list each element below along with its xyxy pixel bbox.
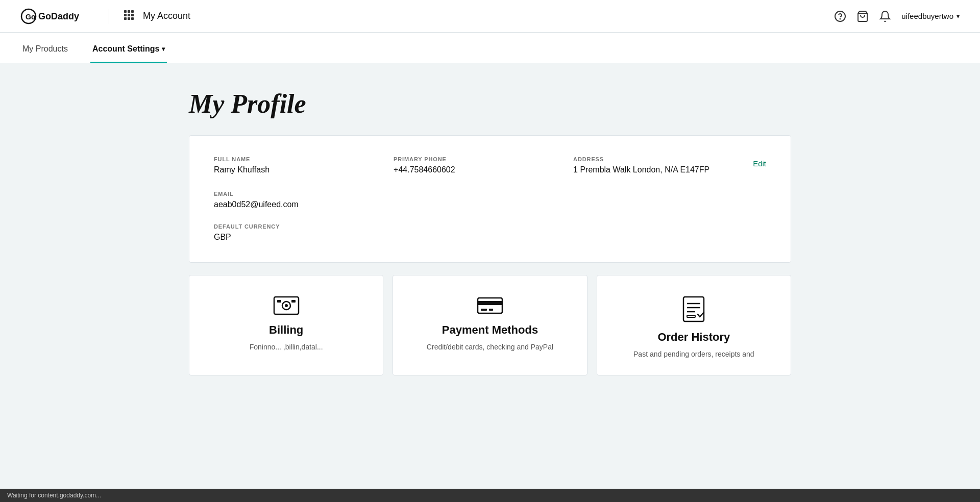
grid-icon[interactable] [124,10,134,22]
header-divider [109,9,109,24]
svg-rect-11 [131,17,134,20]
email-label: EMAIL [214,191,766,197]
payment-methods-card[interactable]: Payment Methods Credit/debit cards, chec… [393,275,587,375]
email-value: aeab0d52@uifeed.com [214,200,766,209]
default-currency-field: DEFAULT CURRENCY GBP [214,223,766,242]
svg-rect-10 [128,17,130,20]
profile-row-3: DEFAULT CURRENCY GBP [214,223,766,242]
address-field: ADDRESS 1 Prembla Walk London, N/A E147F… [573,156,753,174]
primary-phone-value: +44.7584660602 [394,165,573,174]
bell-icon[interactable] [879,10,891,22]
svg-point-17 [285,304,288,307]
address-value: 1 Prembla Walk London, N/A E147FP [573,165,753,174]
primary-phone-label: PRIMARY PHONE [394,156,573,162]
svg-rect-20 [478,298,502,313]
svg-rect-19 [291,300,296,303]
payment-methods-card-desc: Credit/debit cards, checking and PayPal [427,342,553,353]
svg-rect-3 [124,10,127,13]
payment-methods-icon [477,296,503,315]
main-content: My Profile FULL NAME Ramy Khuffash PRIMA… [168,63,812,396]
nav-tabs: My Products Account Settings ▾ [0,33,980,63]
billing-icon [273,296,300,315]
cart-icon[interactable] [856,10,869,22]
default-currency-label: DEFAULT CURRENCY [214,223,766,230]
svg-rect-9 [124,17,127,20]
svg-text:GoDaddy: GoDaddy [38,11,79,21]
svg-rect-28 [687,315,695,317]
svg-rect-18 [277,300,281,303]
logo-area: Go GoDaddy My Account [20,7,190,26]
user-menu[interactable]: uifeedbuyertwo ▾ [901,12,960,20]
edit-col: Edit [753,156,766,174]
edit-button[interactable]: Edit [753,159,766,168]
header-right: uifeedbuyertwo ▾ [834,10,960,22]
svg-rect-8 [131,14,134,16]
svg-text:Go: Go [26,13,35,21]
profile-card: FULL NAME Ramy Khuffash PRIMARY PHONE +4… [189,135,791,263]
email-field: EMAIL aeab0d52@uifeed.com [214,191,766,209]
billing-card-desc: Foninno... ,billin,datal... [250,342,323,353]
svg-point-13 [840,18,841,19]
full-name-value: Ramy Khuffash [214,165,394,174]
svg-rect-5 [131,10,134,13]
svg-rect-21 [478,301,502,305]
billing-card[interactable]: Billing Foninno... ,billin,datal... [189,275,383,375]
default-currency-value: GBP [214,233,766,242]
order-history-icon [682,296,705,322]
tab-account-settings[interactable]: Account Settings ▾ [90,44,167,63]
svg-rect-7 [128,14,130,16]
svg-rect-4 [128,10,130,13]
user-chevron-icon: ▾ [957,13,960,20]
svg-rect-22 [481,309,487,311]
billing-card-title: Billing [269,323,303,337]
svg-rect-6 [124,14,127,16]
order-history-card-desc: Past and pending orders, receipts and [633,349,754,360]
full-name-label: FULL NAME [214,156,394,162]
username: uifeedbuyertwo [901,12,953,20]
order-history-card-title: Order History [657,331,730,344]
account-settings-label: Account Settings [92,44,160,54]
payment-methods-card-title: Payment Methods [442,323,538,337]
page-title: My Profile [189,89,791,119]
header: Go GoDaddy My Account [0,0,980,33]
full-name-field: FULL NAME Ramy Khuffash [214,156,394,174]
logo-svg: Go GoDaddy [20,7,94,26]
order-history-card[interactable]: Order History Past and pending orders, r… [597,275,791,375]
godaddy-logo[interactable]: Go GoDaddy [20,7,94,26]
profile-row-2: EMAIL aeab0d52@uifeed.com [214,191,766,209]
address-label: ADDRESS [573,156,753,162]
primary-phone-field: PRIMARY PHONE +44.7584660602 [394,156,573,174]
profile-row-1: FULL NAME Ramy Khuffash PRIMARY PHONE +4… [214,156,766,174]
bottom-cards: Billing Foninno... ,billin,datal... Paym… [189,275,791,375]
help-icon[interactable] [834,10,846,22]
account-settings-chevron-icon: ▾ [162,45,165,53]
header-title: My Account [143,11,190,21]
svg-rect-23 [489,309,493,311]
tab-my-products[interactable]: My Products [20,44,70,63]
